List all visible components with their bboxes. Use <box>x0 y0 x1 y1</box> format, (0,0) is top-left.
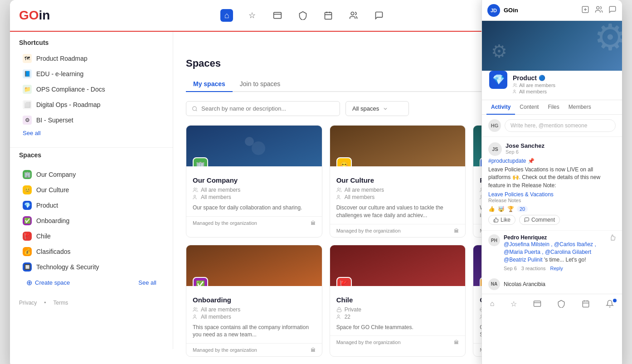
space-label: Chile <box>36 233 51 240</box>
managed-by: Managed by the organization <box>193 347 257 353</box>
card-footer: Managed by the organization 🏛 <box>330 335 466 349</box>
tab-join-spaces[interactable]: Join to spaces <box>233 77 288 92</box>
panel-tab-content[interactable]: Content <box>515 100 543 115</box>
card-title: Onboarding <box>193 296 316 304</box>
managed-by: Managed by the organization <box>336 340 401 345</box>
space-our-company[interactable]: 🏢 Our Company <box>19 167 164 182</box>
panel-add-icon[interactable] <box>581 5 589 15</box>
ops-icon: 📁 <box>23 85 32 94</box>
svg-point-26 <box>514 83 515 85</box>
banner-decoration: ⚙ <box>491 41 507 62</box>
shortcut-ops-compliance[interactable]: 📁 OPS Compliance - Docs <box>19 82 164 97</box>
space-clasificados[interactable]: 💰 Clasificados <box>19 244 164 259</box>
search-box[interactable] <box>186 101 340 116</box>
card-title: Our Culture <box>336 176 459 184</box>
privacy-icon: 🏛 <box>311 347 316 353</box>
privacy-icon: 🏛 <box>454 340 459 345</box>
panel-people-icon[interactable] <box>595 5 603 15</box>
search-input[interactable] <box>201 105 334 112</box>
card-body: Our Company All are members All members … <box>186 166 322 216</box>
space-our-culture[interactable]: 😊 Our Culture <box>19 182 164 198</box>
bi-icon: ⚙ <box>23 116 32 125</box>
tab-my-spaces[interactable]: My spaces <box>186 77 233 92</box>
activity-link[interactable]: Leave Policies & Vacations <box>488 191 616 198</box>
privacy-link[interactable]: Privacy <box>19 300 37 306</box>
panel-tab-members[interactable]: Members <box>564 100 596 115</box>
activity-details: Jose Sanchez Sep 6 <box>506 142 544 155</box>
panel-bottom-folders[interactable] <box>530 298 545 310</box>
panel-bottom-home[interactable]: ⌂ <box>486 298 498 310</box>
shortcut-product-roadmap[interactable]: 🗺 Product Roadmap <box>19 51 164 66</box>
panel-space-icon: 💎 <box>488 70 508 90</box>
card-body: Chile Private 22 Space for GO Chile team… <box>330 286 466 336</box>
banner-gear-icon: ⚙ <box>594 21 622 58</box>
bookmarks-nav-icon[interactable]: ☆ <box>246 9 258 22</box>
space-onboarding[interactable]: ✅ Onboarding <box>19 213 164 228</box>
panel-chat-icon[interactable] <box>608 5 617 15</box>
space-card-chile[interactable]: 🚩 Chile Private 22 Space for GO Chile te… <box>330 245 466 357</box>
members1-text: All are members <box>201 187 240 193</box>
shortcut-digital-ops[interactable]: ⬜ Digital Ops - Roadmap <box>19 97 164 112</box>
filter-label: All spaces <box>352 105 379 112</box>
people-nav-icon[interactable] <box>347 9 360 22</box>
activity-link-section: Leave Policies & Vacations Release Notes <box>488 191 616 203</box>
folders-nav-icon[interactable] <box>271 9 284 22</box>
create-space-button[interactable]: ⊕ Create space <box>23 277 73 289</box>
all-spaces-filter[interactable]: All spaces <box>345 101 409 116</box>
panel-bottom-bookmarks[interactable]: ☆ <box>507 298 520 310</box>
privacy-icon: 🏛 <box>454 228 459 233</box>
svg-point-18 <box>194 315 196 316</box>
reaction-thumbs-up: 👍 <box>488 206 495 212</box>
logo-in: in <box>39 8 50 22</box>
space-card-our-company[interactable]: 🏢 Our Company All are members All member… <box>186 125 322 238</box>
card-meta-members2: All members <box>336 194 459 200</box>
card-icon-badge: 🚩 <box>336 277 352 286</box>
activity-hashtags: #productupdate 📌 <box>488 158 616 164</box>
managed-by: Managed by the organization <box>193 220 257 226</box>
comment-reply[interactable]: Reply <box>550 266 563 271</box>
comment-like-icon[interactable] <box>609 234 616 271</box>
card-meta-members2: All members <box>193 314 316 320</box>
panel-flag-icon: 🔵 <box>539 75 545 81</box>
main-nav: ⌂ ☆ <box>68 9 538 22</box>
space-product[interactable]: 💎 Product <box>19 198 164 213</box>
space-card-our-culture[interactable]: 😊 Our Culture All are members All member… <box>330 125 466 238</box>
card-description: Discover our culture and values to tackl… <box>336 204 459 219</box>
space-technology-security[interactable]: 🔲 Technology & Security <box>19 259 164 275</box>
chat-nav-icon[interactable] <box>373 9 385 22</box>
shortcut-label: EDU - e-learning <box>36 70 83 78</box>
panel-bottom-shield[interactable] <box>554 298 569 310</box>
action-buttons: Like Comment <box>488 215 616 225</box>
shortcuts-see-all[interactable]: See all <box>19 128 164 138</box>
card-decoration <box>243 135 265 157</box>
panel-bottom-notifications[interactable] <box>602 298 617 310</box>
sidebar-divider <box>10 147 173 148</box>
svg-point-12 <box>194 195 196 197</box>
people-icon <box>336 314 342 320</box>
panel-bottom-calendar[interactable] <box>578 298 593 310</box>
comment-button[interactable]: Comment <box>519 215 560 225</box>
shortcut-edu-elearning[interactable]: 📘 EDU - e-learning <box>19 66 164 82</box>
calendar-nav-icon[interactable] <box>322 9 335 22</box>
like-button[interactable]: Like <box>488 215 515 225</box>
spaces-see-all[interactable]: See all <box>135 277 160 288</box>
panel-tab-files[interactable]: Files <box>543 100 564 115</box>
shortcut-bi-superset[interactable]: ⚙ BI - Superset <box>19 112 164 128</box>
app-logo[interactable]: GOin <box>19 8 50 23</box>
compose-box[interactable]: Write here, @mention someone <box>505 119 616 132</box>
shield-nav-icon[interactable] <box>297 9 309 22</box>
comment-user-name: Pedro Henriquez <box>504 234 606 241</box>
terms-link[interactable]: Terms <box>53 300 68 306</box>
home-nav-icon[interactable]: ⌂ <box>220 9 233 22</box>
svg-point-8 <box>193 107 197 111</box>
space-chile[interactable]: 🚩 Chile <box>19 228 164 244</box>
members1-text: All are members <box>345 187 384 193</box>
product-roadmap-icon: 🗺 <box>23 54 32 63</box>
members1-text: Private <box>345 306 361 313</box>
svg-rect-29 <box>583 301 589 307</box>
panel-tab-activity[interactable]: Activity <box>486 100 515 115</box>
space-card-onboarding[interactable]: ✅ Onboarding All are members All members… <box>186 245 322 357</box>
chevron-down-icon <box>383 106 388 112</box>
members-icon <box>193 187 198 193</box>
card-title: Chile <box>336 296 459 304</box>
